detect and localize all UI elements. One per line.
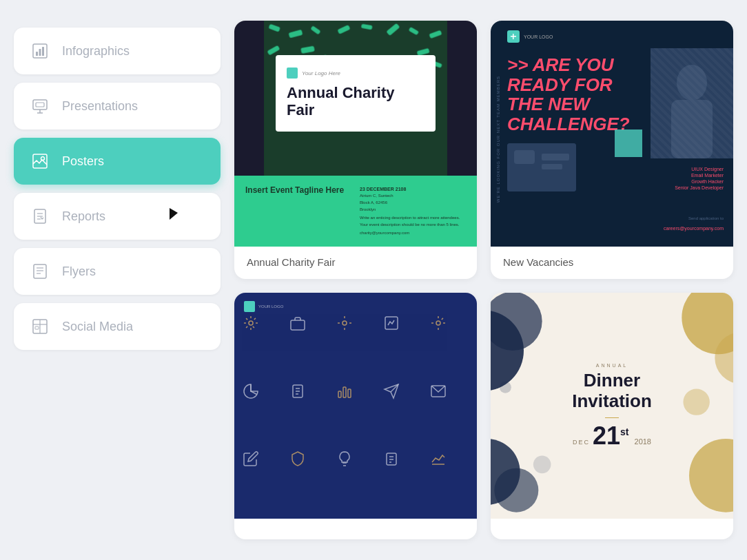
dinner-year: 2018: [635, 437, 651, 446]
sidebar-item-infographics[interactable]: Infographics: [14, 28, 221, 74]
vacancies-apply: Send application to careers@yourcompany.…: [664, 216, 724, 233]
sidebar-item-social-media[interactable]: Social Media: [14, 303, 221, 350]
vacancies-sidebar-text: WE'RE LOOKING FOR OUR NEXT TEAM MEMBERS: [496, 76, 500, 203]
card-blue-label: [234, 519, 477, 539]
charity-white-box: Your Logo Here Annual Charity Fair: [276, 55, 436, 132]
dinner-suffix: st: [620, 426, 628, 437]
icon-shield: [288, 449, 307, 468]
vacancies-logo-text: YOUR LOGO: [524, 34, 553, 39]
role-4: Senior Java Developer: [675, 185, 724, 190]
icon-lightbulb: [335, 449, 354, 468]
poster-blue-logo: YOUR LOGO: [244, 301, 283, 312]
svg-rect-2: [39, 49, 41, 56]
card-vacancies-label: New Vacancies: [491, 247, 733, 279]
sidebar-item-flyers[interactable]: Flyers: [14, 248, 221, 295]
charity-title: Annual Charity Fair: [287, 84, 424, 119]
icon-pie: [241, 382, 260, 401]
charity-bottom: Insert Event Tagline Here 23 DECEMBER 21…: [234, 176, 477, 247]
charity-details: 23 DECEMBER 2108 Atrium C, Suntech Block…: [360, 185, 466, 237]
sidebar-item-reports[interactable]: Reports: [14, 193, 221, 240]
dinner-day-number: 21: [593, 422, 620, 450]
charity-logo-line: Your Logo Here: [287, 68, 424, 79]
content-grid: Your Logo Here Annual Charity Fair Inser…: [234, 21, 733, 539]
icon-pencil: [241, 449, 260, 468]
svg-rect-50: [671, 100, 713, 158]
svg-rect-47: [513, 34, 514, 39]
vacancies-logo: YOUR LOGO: [507, 30, 553, 43]
svg-rect-56: [291, 320, 305, 330]
svg-rect-52: [514, 150, 535, 164]
charity-date: 23 DECEMBER 2108: [360, 185, 466, 193]
dinner-title-line1: Dinner: [572, 371, 652, 391]
sidebar-item-infographics-label: Infographics: [62, 44, 130, 59]
svg-rect-54: [542, 164, 562, 169]
vacancies-photo: [651, 48, 733, 158]
role-1: UIUX Designer: [675, 167, 724, 172]
role-2: Email Marketer: [675, 173, 724, 178]
charity-address: Block A, 62456: [360, 200, 466, 207]
charity-tagline: Insert Event Tagline Here: [245, 185, 351, 237]
icon-briefcase: [288, 313, 307, 333]
svg-rect-21: [35, 326, 39, 329]
poster-blue-logo-text: YOUR LOGO: [258, 304, 283, 309]
icon-gear: [241, 313, 260, 333]
charity-email: charity@yourcompany.com: [360, 230, 466, 237]
charity-venue: Atrium C, Suntech: [360, 193, 466, 200]
sidebar-item-reports-label: Reports: [62, 209, 105, 224]
apply-label: Send application to: [664, 216, 724, 220]
svg-rect-65: [343, 387, 346, 397]
charity-logo-icon: [287, 68, 298, 79]
sidebar-item-posters-label: Posters: [62, 154, 104, 169]
svg-point-49: [677, 65, 707, 101]
icon-clipboard2: [382, 449, 401, 468]
charity-logo-text: Your Logo Here: [302, 70, 340, 76]
icon-settings2: [335, 313, 354, 333]
flyers-icon: [29, 260, 51, 282]
sidebar-item-social-media-label: Social Media: [62, 320, 133, 334]
dinner-annual: ANNUAL: [596, 363, 628, 368]
photo-person: [651, 48, 733, 158]
icon-checklist: [288, 382, 307, 401]
sidebar-item-presentations[interactable]: Presentations: [14, 83, 221, 129]
poster-charity-fair: Your Logo Here Annual Charity Fair Inser…: [234, 21, 477, 247]
dinner-date-label: DEC: [573, 439, 590, 446]
svg-rect-4: [33, 100, 47, 110]
vacancies-roles: UIUX Designer Email Marketer Growth Hack…: [675, 167, 724, 191]
infographics-icon: [29, 40, 51, 62]
svg-point-55: [249, 321, 253, 325]
svg-rect-48: [651, 48, 733, 158]
dinner-title: Dinner Invitation: [572, 371, 652, 412]
charity-city: Brooklyn: [360, 207, 466, 214]
icon-send: [382, 382, 401, 401]
svg-point-59: [436, 321, 440, 325]
svg-rect-1: [36, 52, 38, 56]
posters-icon: [29, 150, 51, 172]
svg-point-9: [41, 157, 45, 160]
card-new-vacancies[interactable]: WE'RE LOOKING FOR OUR NEXT TEAM MEMBERS …: [491, 21, 733, 279]
card-charity-label: Annual Charity Fair: [234, 247, 477, 279]
svg-rect-14: [34, 265, 46, 278]
card-dinner-label: [491, 519, 733, 539]
sidebar-item-posters[interactable]: Posters: [14, 138, 221, 185]
card-dinner-invitation[interactable]: ANNUAL Dinner Invitation DEC 21st 2018: [491, 293, 733, 539]
sidebar: Infographics Presentations: [14, 21, 221, 539]
dinner-day: 21st: [593, 424, 629, 448]
poster-vacancies: WE'RE LOOKING FOR OUR NEXT TEAM MEMBERS …: [491, 21, 733, 247]
sidebar-item-flyers-label: Flyers: [62, 265, 96, 279]
card-business-blue[interactable]: YOUR LOGO: [234, 293, 477, 539]
dinner-content: ANNUAL Dinner Invitation DEC 21st 2018: [491, 293, 733, 519]
social-media-icon: [29, 315, 51, 338]
reports-icon: [29, 205, 51, 227]
icon-analytics: [335, 382, 354, 401]
poster-dinner: ANNUAL Dinner Invitation DEC 21st 2018: [491, 293, 733, 519]
role-3: Growth Hacker: [675, 179, 724, 184]
svg-rect-64: [338, 391, 341, 397]
vacancies-logo-icon: [507, 30, 520, 43]
svg-rect-7: [36, 103, 44, 107]
card-charity-fair[interactable]: Your Logo Here Annual Charity Fair Inser…: [234, 21, 477, 279]
poster-blue-logo-icon: [244, 301, 255, 312]
svg-point-57: [342, 321, 347, 325]
vacancies-teal-box: [615, 129, 642, 157]
svg-rect-66: [348, 389, 351, 397]
apply-email: careers@yourcompany.com: [664, 226, 724, 231]
